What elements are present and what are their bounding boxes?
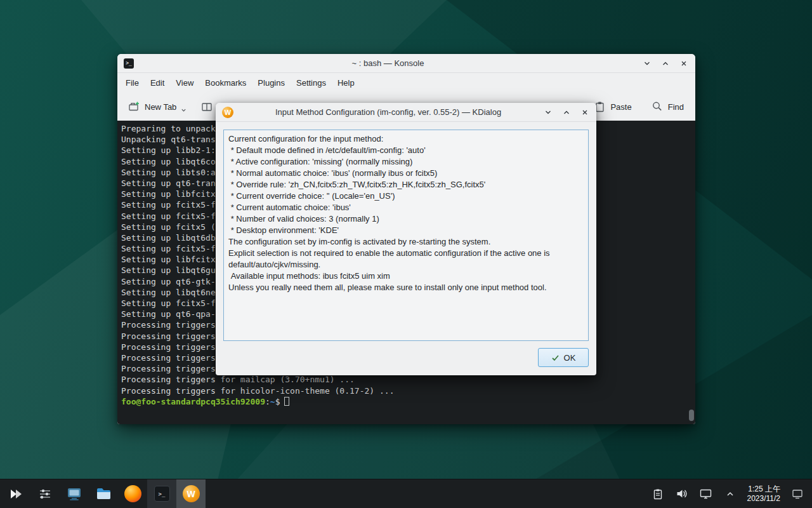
dialog-maximize-icon[interactable] bbox=[561, 107, 572, 117]
display-tray-icon[interactable] bbox=[699, 487, 713, 501]
find-button[interactable]: Find bbox=[651, 100, 684, 113]
split-view-icon bbox=[200, 100, 213, 113]
close-icon[interactable] bbox=[679, 58, 689, 69]
dolphin-file-manager-button[interactable] bbox=[89, 479, 118, 508]
clock[interactable]: 1:25 上午 2023/11/2 bbox=[747, 485, 781, 504]
konsole-window-title: ~ : bash — Konsole bbox=[139, 58, 637, 68]
dialog-message-line: Explicit selection is not required to en… bbox=[228, 248, 584, 271]
new-tab-label: New Tab bbox=[145, 102, 176, 112]
dialog-message-line: * Current automatic choice: 'ibus' bbox=[228, 202, 584, 213]
kdialog-titlebar[interactable]: W Input Method Configuration (im-config,… bbox=[216, 103, 596, 122]
ok-button[interactable]: OK bbox=[538, 348, 589, 367]
konsole-titlebar[interactable]: >_ ~ : bash — Konsole bbox=[117, 54, 695, 73]
dialog-message-line: * Number of valid choices: 3 (normally 1… bbox=[228, 213, 584, 225]
terminal-scrollbar[interactable] bbox=[689, 410, 694, 421]
terminal-line: Processing triggers for hicolor-icon-the… bbox=[121, 385, 691, 396]
desktop: >_ ~ : bash — Konsole FileEditViewBookma… bbox=[0, 0, 812, 508]
clock-date: 2023/11/2 bbox=[747, 494, 781, 504]
dialog-message-line: * Default mode defined in /etc/default/i… bbox=[228, 145, 584, 156]
dialog-message-line: * Normal automatic choice: 'ibus' (norma… bbox=[228, 168, 584, 179]
menu-item[interactable]: File bbox=[120, 76, 145, 90]
dialog-message-line: The configuration set by im-config is ac… bbox=[228, 236, 584, 248]
im-config-icon: W bbox=[222, 107, 233, 118]
maximize-icon[interactable] bbox=[660, 58, 671, 69]
settings-sliders-button[interactable] bbox=[30, 479, 60, 508]
dialog-close-icon[interactable] bbox=[580, 107, 590, 117]
new-tab-icon bbox=[128, 100, 140, 113]
konsole-window-icon: >_ bbox=[124, 58, 134, 69]
tray-expander-chevron-up-icon[interactable] bbox=[723, 487, 737, 501]
terminal-prompt-line: foo@foo-standardpcq35ich92009:~$ bbox=[121, 396, 691, 407]
paste-button[interactable]: Paste bbox=[593, 100, 631, 113]
konsole-menu-bar: FileEditViewBookmarksPluginsSettingsHelp bbox=[117, 73, 695, 93]
menu-item[interactable]: Help bbox=[332, 76, 360, 90]
paste-label: Paste bbox=[610, 102, 631, 112]
kdialog-title: Input Method Configuration (im-config, v… bbox=[239, 107, 538, 117]
firefox-icon bbox=[124, 485, 141, 502]
prompt-user-host: foo@foo-standardpcq35ich92009 bbox=[121, 397, 265, 406]
taskbar: >_ W bbox=[0, 479, 812, 508]
dialog-message-line: Current configuration for the input meth… bbox=[228, 133, 584, 145]
clock-time: 1:25 上午 bbox=[747, 485, 781, 494]
dialog-message-line: * Current override choice: '' (Locale='e… bbox=[228, 190, 584, 202]
display-app-button[interactable] bbox=[60, 479, 89, 508]
prompt-path: ~ bbox=[270, 397, 275, 406]
dialog-message-line: * Override rule: 'zh_CN,fcitx5:zh_TW,fci… bbox=[228, 179, 584, 190]
find-label: Find bbox=[668, 102, 684, 112]
kdialog-task-button[interactable]: W bbox=[176, 479, 206, 508]
show-desktop-button[interactable] bbox=[790, 487, 804, 501]
clipboard-tray-icon[interactable] bbox=[651, 487, 665, 501]
launcher-icon bbox=[8, 486, 23, 502]
menu-item[interactable]: Bookmarks bbox=[199, 76, 252, 90]
dialog-message-box: Current configuration for the input meth… bbox=[223, 130, 589, 341]
dialog-message-line: * Desktop environment: 'KDE' bbox=[228, 225, 584, 236]
dialog-message-line: Available input methods: ibus fcitx5 uim… bbox=[228, 271, 584, 282]
menu-item[interactable]: Edit bbox=[145, 76, 170, 90]
menu-item[interactable]: View bbox=[170, 76, 199, 90]
ok-button-label: OK bbox=[564, 353, 576, 363]
display-app-icon bbox=[66, 486, 82, 502]
app-launcher-button[interactable] bbox=[1, 479, 30, 508]
volume-icon[interactable] bbox=[675, 487, 689, 501]
chevron-down-icon bbox=[181, 107, 187, 113]
minimize-icon[interactable] bbox=[642, 58, 652, 69]
new-tab-button[interactable]: New Tab bbox=[128, 100, 187, 113]
dialog-message-line: Unless you really need them all, please … bbox=[228, 282, 584, 293]
konsole-icon: >_ bbox=[154, 486, 170, 502]
konsole-task-button[interactable]: >_ bbox=[147, 479, 176, 508]
sliders-icon bbox=[38, 487, 52, 501]
terminal-cursor bbox=[284, 397, 289, 406]
kdialog-task-icon: W bbox=[183, 485, 200, 502]
check-icon bbox=[551, 354, 560, 362]
search-icon bbox=[651, 100, 664, 113]
kdialog-window: W Input Method Configuration (im-config,… bbox=[216, 103, 596, 375]
terminal-line: Processing triggers for mailcap (3.70+nm… bbox=[121, 374, 691, 385]
menu-item[interactable]: Settings bbox=[291, 76, 332, 90]
dialog-message-line: * Active configuration: 'missing' (norma… bbox=[228, 156, 584, 168]
dialog-minimize-icon[interactable] bbox=[543, 107, 553, 117]
firefox-button[interactable] bbox=[118, 479, 147, 508]
folder-icon bbox=[95, 485, 112, 502]
menu-item[interactable]: Plugins bbox=[252, 76, 291, 90]
